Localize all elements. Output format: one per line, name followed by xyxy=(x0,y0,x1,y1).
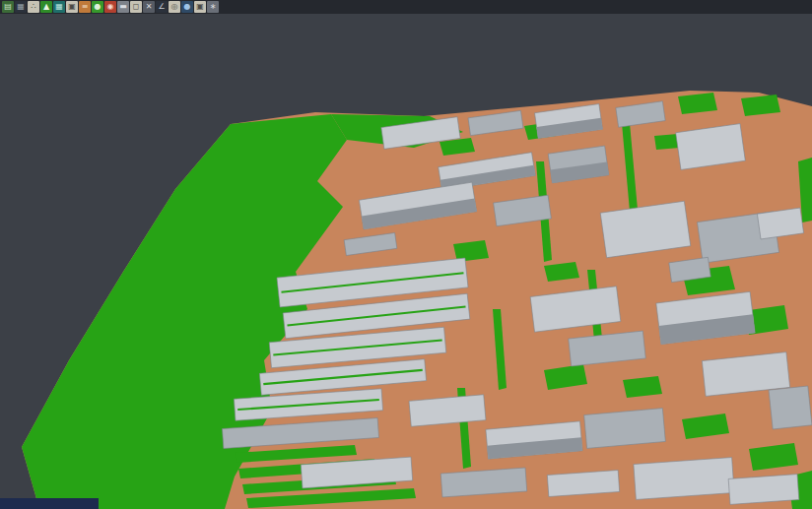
building xyxy=(634,458,734,500)
ortho-view-icon[interactable]: ▣ xyxy=(66,1,78,13)
building xyxy=(728,475,799,505)
building xyxy=(769,386,812,429)
classes-icon[interactable]: ● xyxy=(92,1,103,13)
building xyxy=(584,409,666,449)
snapshot-icon[interactable]: ▣ xyxy=(194,1,206,13)
building xyxy=(547,471,619,497)
point-cloud-icon[interactable]: ∴ xyxy=(28,1,39,13)
application-window: ▤▦∴▲▦▣≡●◉▬◻✕∠◎●▣∗ xyxy=(0,0,812,509)
settings-icon[interactable]: ∗ xyxy=(207,1,219,13)
measure-icon[interactable]: ∠ xyxy=(156,1,168,13)
save-project-icon[interactable]: ▦ xyxy=(15,1,27,13)
open-project-icon[interactable]: ▤ xyxy=(2,1,14,13)
globe-icon[interactable]: ● xyxy=(181,1,193,13)
scene-svg[interactable] xyxy=(0,14,812,509)
crop-icon[interactable]: ✕ xyxy=(143,1,155,13)
classify-icon[interactable]: ◉ xyxy=(104,1,116,13)
statusbar-fragment xyxy=(0,498,99,509)
vegetation-layer-icon[interactable]: ▲ xyxy=(40,1,52,13)
main-toolbar: ▤▦∴▲▦▣≡●◉▬◻✕∠◎●▣∗ xyxy=(0,0,812,14)
water-layer-icon[interactable]: ▦ xyxy=(53,1,65,13)
select-region-icon[interactable]: ◻ xyxy=(130,1,142,13)
viewport-3d[interactable] xyxy=(0,14,812,509)
camera-view-icon[interactable]: ◎ xyxy=(169,1,180,13)
ground-class-icon[interactable]: ▬ xyxy=(117,1,129,13)
dem-layer-icon[interactable]: ≡ xyxy=(79,1,91,13)
